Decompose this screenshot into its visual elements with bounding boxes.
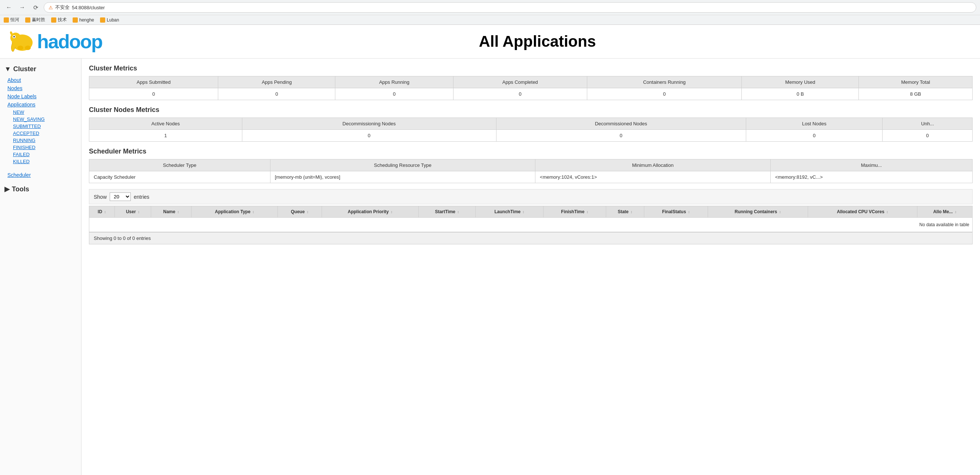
col-apps-running: Apps Running bbox=[335, 77, 453, 88]
sidebar-item-node-labels[interactable]: Node Labels bbox=[0, 92, 81, 100]
sort-icon: ↕ bbox=[252, 210, 254, 214]
browser-toolbar: ← → ⟳ ⚠ 不安全 54:8088/cluster bbox=[0, 0, 980, 15]
tools-section: ▶ Tools bbox=[0, 182, 81, 196]
bookmark-jishu[interactable]: 技术 bbox=[51, 17, 67, 23]
address-bar[interactable]: ⚠ 不安全 54:8088/cluster bbox=[44, 2, 976, 13]
page-header: hadoop All Applications bbox=[0, 25, 980, 59]
bookmark-henghe2[interactable]: henghe bbox=[73, 18, 94, 22]
page-title: All Applications bbox=[102, 33, 973, 50]
bookmark-label: Luban bbox=[107, 18, 119, 22]
sidebar-item-scheduler[interactable]: Scheduler bbox=[0, 171, 81, 179]
cluster-nodes-table: Active Nodes Decommissioning Nodes Decom… bbox=[89, 118, 973, 142]
col-application-type[interactable]: Application Type ↕ bbox=[192, 206, 278, 218]
sort-icon: ↕ bbox=[688, 210, 690, 214]
hadoop-logo: hadoop bbox=[7, 29, 102, 54]
col-min-allocation: Minimum Allocation bbox=[535, 159, 771, 171]
cluster-arrow-icon: ▼ bbox=[5, 65, 11, 73]
sort-icon: ↕ bbox=[779, 210, 781, 214]
bookmark-folder-icon bbox=[100, 18, 105, 22]
bookmark-folder-icon bbox=[51, 18, 56, 22]
col-finish-time[interactable]: FinishTime ↕ bbox=[544, 206, 606, 218]
val-active-nodes: 1 bbox=[89, 130, 242, 142]
col-queue[interactable]: Queue ↕ bbox=[278, 206, 322, 218]
browser-chrome: ← → ⟳ ⚠ 不安全 54:8088/cluster 恒河 赢时胜 技术 he… bbox=[0, 0, 980, 25]
col-start-time[interactable]: StartTime ↕ bbox=[419, 206, 476, 218]
showing-entries-text: Showing 0 to 0 of 0 entries bbox=[89, 232, 973, 244]
col-apps-pending: Apps Pending bbox=[218, 77, 335, 88]
app-container: ▼ Cluster About Nodes Node Labels Applic… bbox=[0, 59, 980, 475]
col-name[interactable]: Name ↕ bbox=[151, 206, 191, 218]
tools-header[interactable]: ▶ Tools bbox=[0, 182, 81, 196]
reload-button[interactable]: ⟳ bbox=[30, 2, 41, 13]
sidebar-item-finished[interactable]: FINISHED bbox=[0, 144, 81, 151]
col-memory-total: Memory Total bbox=[859, 77, 973, 88]
sidebar-item-killed[interactable]: KILLED bbox=[0, 158, 81, 165]
col-max-allocation: Maximu... bbox=[770, 159, 972, 171]
entries-select[interactable]: 20 50 100 bbox=[110, 193, 131, 201]
val-apps-completed: 0 bbox=[453, 88, 587, 100]
col-running-containers[interactable]: Running Containers ↕ bbox=[708, 206, 808, 218]
svg-point-4 bbox=[13, 36, 15, 37]
bookmark-yingshisheng[interactable]: 赢时胜 bbox=[25, 17, 45, 23]
val-min-allocation: <memory:1024, vCores:1> bbox=[535, 171, 771, 183]
bookmark-label: 恒河 bbox=[10, 17, 19, 23]
sort-icon: ↕ bbox=[138, 210, 140, 214]
cluster-label: Cluster bbox=[13, 65, 36, 73]
applications-table: ID ↕ User ↕ Name ↕ Application Type ↕ bbox=[89, 206, 973, 232]
hadoop-logo-text: hadoop bbox=[37, 30, 102, 53]
sort-icon: ↕ bbox=[104, 210, 106, 214]
sort-icon: ↕ bbox=[391, 210, 393, 214]
no-data-row: No data available in table bbox=[89, 218, 973, 232]
sidebar-item-new[interactable]: NEW bbox=[0, 108, 81, 116]
cluster-header[interactable]: ▼ Cluster bbox=[0, 62, 81, 76]
col-lost-nodes: Lost Nodes bbox=[746, 118, 883, 130]
bookmark-label: henghe bbox=[79, 18, 94, 22]
show-entries-bar: Show 20 50 100 entries bbox=[89, 189, 973, 204]
cluster-metrics-title: Cluster Metrics bbox=[89, 65, 973, 72]
cluster-nodes-metrics-title: Cluster Nodes Metrics bbox=[89, 106, 973, 114]
val-apps-pending: 0 bbox=[218, 88, 335, 100]
sort-icon: ↕ bbox=[587, 210, 589, 214]
sidebar-item-new-saving[interactable]: NEW_SAVING bbox=[0, 116, 81, 123]
val-memory-total: 8 GB bbox=[859, 88, 973, 100]
col-application-priority[interactable]: Application Priority ↕ bbox=[321, 206, 419, 218]
col-user[interactable]: User ↕ bbox=[115, 206, 151, 218]
sidebar-item-nodes[interactable]: Nodes bbox=[0, 84, 81, 92]
sidebar-item-failed[interactable]: FAILED bbox=[0, 151, 81, 158]
val-lost-nodes: 0 bbox=[746, 130, 883, 142]
sidebar-item-about[interactable]: About bbox=[0, 76, 81, 84]
scheduler-metrics-table: Scheduler Type Scheduling Resource Type … bbox=[89, 159, 973, 183]
col-state[interactable]: State ↕ bbox=[606, 206, 644, 218]
col-decommissioned-nodes: Decommissioned Nodes bbox=[496, 118, 746, 130]
col-allocated-cpu-vcores[interactable]: Allocated CPU VCores ↕ bbox=[808, 206, 917, 218]
bookmarks-bar: 恒河 赢时胜 技术 henghe Luban bbox=[0, 15, 980, 24]
no-data-text: No data available in table bbox=[89, 218, 973, 232]
val-apps-running: 0 bbox=[335, 88, 453, 100]
sort-icon: ↕ bbox=[631, 210, 632, 214]
back-button[interactable]: ← bbox=[4, 2, 14, 13]
col-memory-used: Memory Used bbox=[742, 77, 859, 88]
sort-icon: ↕ bbox=[955, 210, 957, 214]
bookmark-label: 赢时胜 bbox=[32, 17, 45, 23]
col-final-status[interactable]: FinalStatus ↕ bbox=[644, 206, 708, 218]
col-launch-time[interactable]: LaunchTime ↕ bbox=[476, 206, 543, 218]
col-unh-nodes: Unh... bbox=[883, 118, 973, 130]
sidebar-item-accepted[interactable]: ACCEPTED bbox=[0, 130, 81, 137]
bookmark-luban[interactable]: Luban bbox=[100, 18, 119, 22]
bookmark-henghe[interactable]: 恒河 bbox=[4, 17, 19, 23]
cluster-metrics-table: Apps Submitted Apps Pending Apps Running… bbox=[89, 76, 973, 100]
val-scheduling-resource-type: [memory-mb (unit=Mi), vcores] bbox=[270, 171, 535, 183]
forward-button[interactable]: → bbox=[17, 2, 27, 13]
sidebar-item-applications[interactable]: Applications bbox=[0, 100, 81, 108]
sidebar-item-submitted[interactable]: SUBMITTED bbox=[0, 123, 81, 130]
sidebar-item-running[interactable]: RUNNING bbox=[0, 137, 81, 144]
col-apps-submitted: Apps Submitted bbox=[89, 77, 218, 88]
bookmark-label: 技术 bbox=[58, 17, 67, 23]
sidebar: ▼ Cluster About Nodes Node Labels Applic… bbox=[0, 59, 81, 475]
col-allo-me[interactable]: Allo Me... ↕ bbox=[917, 206, 973, 218]
val-containers-running: 0 bbox=[587, 88, 741, 100]
tools-label: Tools bbox=[12, 185, 29, 193]
main-content: Cluster Metrics Apps Submitted Apps Pend… bbox=[81, 59, 980, 475]
security-warning-icon: ⚠ bbox=[49, 5, 53, 10]
col-id[interactable]: ID ↕ bbox=[89, 206, 115, 218]
